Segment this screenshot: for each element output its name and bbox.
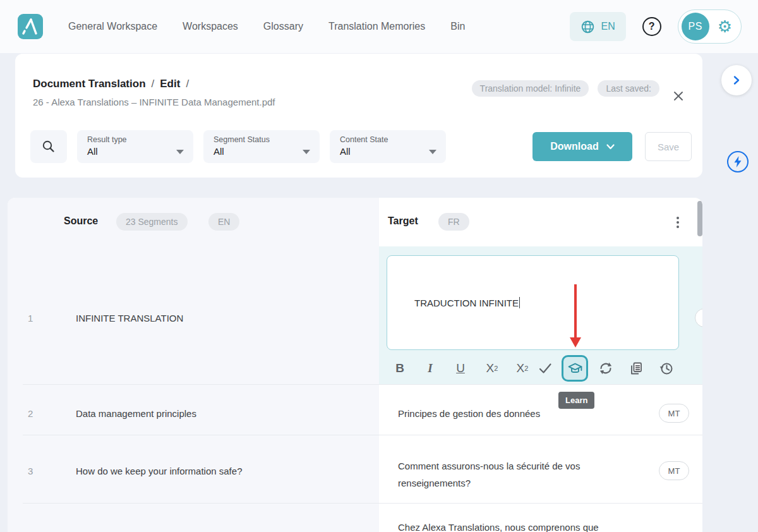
last-saved-badge: Last saved:	[598, 80, 659, 97]
copy-button[interactable]	[625, 354, 647, 383]
content-state-value: All	[340, 146, 351, 157]
target-editor[interactable]: TRADUCTION INFINITE	[387, 255, 679, 350]
annotation-arrow-stem	[574, 284, 577, 338]
content-state-label: Content State	[340, 135, 388, 144]
segment-number: 1	[28, 313, 33, 323]
source-column-title: Source	[64, 215, 98, 227]
history-icon	[659, 361, 674, 376]
translation-model-badge: Translation model: Infinite	[472, 80, 589, 97]
segment-number: 2	[28, 408, 33, 419]
underline-button[interactable]: U	[450, 354, 471, 383]
breadcrumb: Document Translation / Edit /	[33, 78, 189, 90]
confirm-segment-button[interactable]	[534, 354, 556, 383]
chevron-down-icon	[606, 144, 615, 150]
source-column-background	[8, 198, 379, 532]
bold-button[interactable]: B	[389, 354, 411, 383]
row-divider	[23, 384, 702, 385]
history-button[interactable]	[656, 354, 677, 383]
superscript-exp: 2	[494, 365, 498, 372]
chevron-down-icon	[429, 150, 436, 154]
sync-icon	[598, 361, 613, 376]
lightning-bolt-icon	[733, 155, 743, 168]
language-label: EN	[601, 21, 615, 32]
segments-count-badge: 23 Segments	[116, 213, 188, 231]
result-type-label: Result type	[87, 135, 127, 144]
learn-button[interactable]	[562, 355, 588, 382]
segment-status-label: Segment Status	[214, 135, 270, 144]
subscript-base: X	[517, 361, 525, 375]
scrollbar-thumb[interactable]	[697, 201, 702, 236]
source-segment-text[interactable]: How do we keep your information safe?	[76, 466, 242, 476]
target-segment-text[interactable]: Chez Alexa Translations, nous comprenons…	[398, 520, 638, 532]
lambda-logo-icon	[18, 14, 43, 39]
help-icon[interactable]: ?	[642, 17, 661, 36]
target-editor-text: TRADUCTION INFINITE	[414, 298, 519, 308]
italic-button[interactable]: I	[419, 354, 441, 383]
annotation-arrow-head	[570, 337, 581, 348]
segment-status-select[interactable]: Segment Status All	[203, 130, 320, 163]
breadcrumb-separator: /	[186, 78, 189, 90]
learn-tooltip: Learn	[558, 392, 594, 409]
nav-right-group: EN ? PS ⚙	[570, 9, 742, 44]
top-navbar: General Workspace Workspaces Glossary Tr…	[0, 0, 758, 53]
checkmark-icon	[538, 361, 553, 376]
avatar[interactable]: PS	[682, 13, 709, 40]
target-language-badge: FR	[438, 213, 469, 231]
close-icon[interactable]	[672, 90, 685, 102]
subscript-button[interactable]: X2	[512, 354, 533, 383]
segments-table: Source 23 Segments EN Target FR 1 INFINI…	[8, 198, 702, 532]
source-segment-text[interactable]: Data management principles	[76, 408, 196, 419]
search-button[interactable]	[30, 130, 67, 163]
nav-item-workspaces[interactable]: Workspaces	[183, 21, 238, 32]
chevron-right-icon	[731, 75, 742, 85]
profile-menu[interactable]: PS ⚙	[678, 9, 742, 44]
nav-item-glossary[interactable]: Glossary	[263, 21, 303, 32]
source-segment-text: INFINITE TRANSLATION	[76, 313, 183, 323]
header-badges: Translation model: Infinite Last saved:	[472, 80, 659, 97]
download-label: Download	[550, 141, 598, 152]
segment-status-value: All	[214, 146, 224, 157]
result-type-value: All	[87, 146, 98, 157]
text-cursor	[519, 297, 520, 308]
mt-badge: MT	[659, 461, 689, 480]
document-filename: 26 - Alexa Translations – INFINITE Data …	[33, 97, 275, 107]
nav-item-bin[interactable]: Bin	[450, 21, 465, 32]
download-button[interactable]: Download	[532, 132, 632, 161]
retranslate-button[interactable]	[595, 354, 617, 383]
quick-actions-button[interactable]	[727, 151, 749, 172]
chevron-down-icon	[303, 150, 310, 154]
result-type-select[interactable]: Result type All	[77, 130, 193, 163]
chevron-down-icon	[176, 150, 184, 154]
kebab-menu-icon[interactable]	[673, 215, 683, 229]
target-column-title: Target	[388, 215, 418, 227]
content-state-select[interactable]: Content State All	[330, 130, 446, 163]
language-selector[interactable]: EN	[570, 12, 625, 41]
globe-icon	[581, 20, 595, 34]
breadcrumb-separator: /	[152, 78, 155, 90]
save-button[interactable]: Save	[645, 132, 692, 161]
source-language-badge: EN	[208, 213, 239, 231]
search-icon	[41, 139, 56, 154]
row-divider	[23, 503, 702, 504]
document-header-card: Document Translation / Edit / 26 - Alexa…	[15, 54, 702, 178]
graduation-cap-icon	[567, 361, 583, 377]
breadcrumb-root[interactable]: Document Translation	[33, 78, 146, 90]
target-segment-text[interactable]: Principes de gestion des données	[398, 408, 540, 419]
subscript-sub: 2	[524, 365, 528, 372]
nav-item-translation-memories[interactable]: Translation Memories	[328, 21, 425, 32]
gear-icon[interactable]: ⚙	[718, 18, 732, 35]
superscript-button[interactable]: X2	[481, 354, 503, 383]
target-segment-text[interactable]: Comment assurons-nous la sécurité de vos…	[398, 457, 619, 492]
alexa-translations-logo[interactable]	[18, 14, 43, 39]
segment-number: 3	[28, 466, 33, 476]
nav-item-general-workspace[interactable]: General Workspace	[68, 21, 157, 32]
row-divider	[23, 435, 702, 435]
superscript-base: X	[486, 361, 495, 375]
breadcrumb-current: Edit	[160, 78, 180, 90]
expand-panel-button[interactable]	[721, 65, 752, 95]
copy-icon	[629, 361, 644, 376]
mt-badge: MT	[659, 404, 689, 423]
nav-menu: General Workspace Workspaces Glossary Tr…	[68, 21, 465, 32]
